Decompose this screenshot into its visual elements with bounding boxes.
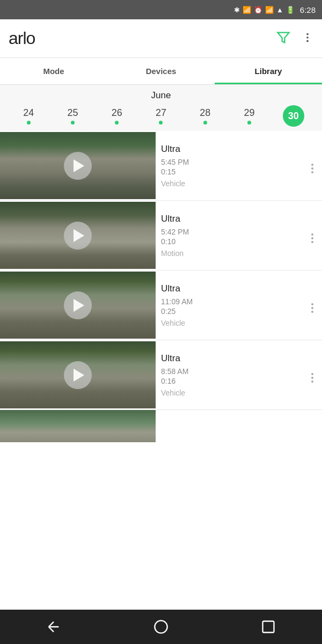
video-tag-4: Vehicle xyxy=(161,389,297,397)
video-duration-2: 0:10 xyxy=(161,237,297,246)
home-button[interactable] xyxy=(145,611,177,643)
video-device-4: Ultra xyxy=(161,353,297,364)
video-duration-1: 0:15 xyxy=(161,167,297,176)
video-more-button-1[interactable] xyxy=(303,158,322,173)
date-dot-27 xyxy=(159,121,163,125)
vibrate-icon: 📶 xyxy=(243,6,251,14)
battery-icon: 🔋 xyxy=(286,6,295,14)
dots-icon-3 xyxy=(311,303,313,313)
svg-point-1 xyxy=(306,36,309,39)
video-more-button-2[interactable] xyxy=(303,228,322,243)
date-dot-24 xyxy=(27,121,31,125)
play-button-4[interactable] xyxy=(64,361,92,389)
date-row: 24 25 26 27 28 29 30 xyxy=(0,105,322,127)
status-time: 6:28 xyxy=(300,5,316,14)
video-tag-3: Vehicle xyxy=(161,319,297,327)
video-tag-2: Motion xyxy=(161,249,297,258)
date-dot-25 xyxy=(71,121,75,125)
date-24[interactable]: 24 xyxy=(15,107,42,125)
dots-icon-4 xyxy=(311,373,313,383)
back-icon xyxy=(46,619,61,634)
alarm-icon: ⏰ xyxy=(254,6,262,14)
home-icon xyxy=(153,619,169,634)
filter-button[interactable] xyxy=(276,30,291,47)
video-thumb-1[interactable] xyxy=(0,132,156,199)
status-bar: ✱ 📶 ⏰ 📶 ▲ 🔋 6:28 xyxy=(0,0,322,19)
bottom-nav xyxy=(0,610,322,644)
play-triangle-3 xyxy=(74,299,84,312)
date-28[interactable]: 28 xyxy=(192,107,218,125)
video-info-4: Ultra 8:58 AM 0:16 Vehicle xyxy=(156,349,303,401)
video-item-3: Ultra 11:09 AM 0:25 Vehicle xyxy=(0,270,322,340)
play-triangle-2 xyxy=(74,229,84,242)
date-dot-28 xyxy=(203,121,207,125)
date-dot-29 xyxy=(247,121,251,125)
signal-icon: ▲ xyxy=(276,6,283,14)
more-icon xyxy=(302,32,313,43)
video-thumb-4[interactable] xyxy=(0,341,156,408)
play-button-1[interactable] xyxy=(64,152,92,180)
video-time-2: 5:42 PM xyxy=(161,228,297,236)
tab-devices[interactable]: Devices xyxy=(107,58,215,84)
svg-point-0 xyxy=(306,33,309,35)
date-dot-26 xyxy=(115,121,119,125)
video-time-3: 11:09 AM xyxy=(161,297,297,306)
video-item-2: Ultra 5:42 PM 0:10 Motion xyxy=(0,201,322,270)
video-thumb-2[interactable] xyxy=(0,202,156,269)
video-more-button-3[interactable] xyxy=(303,298,322,313)
video-time-1: 5:45 PM xyxy=(161,158,297,166)
video-time-4: 8:58 AM xyxy=(161,367,297,376)
back-button[interactable] xyxy=(38,611,70,643)
video-tag-1: Vehicle xyxy=(161,179,297,188)
video-duration-3: 0:25 xyxy=(161,307,297,316)
month-label: June xyxy=(0,90,322,101)
date-picker: June 24 25 26 27 28 29 30 xyxy=(0,85,322,131)
video-duration-4: 0:16 xyxy=(161,377,297,385)
wifi-icon: 📶 xyxy=(265,6,274,14)
svg-rect-4 xyxy=(263,621,274,633)
app-header: arlo xyxy=(0,19,322,58)
date-26[interactable]: 26 xyxy=(104,107,130,125)
video-device-1: Ultra xyxy=(161,144,297,155)
svg-point-2 xyxy=(306,40,309,42)
video-device-2: Ultra xyxy=(161,214,297,224)
play-button-3[interactable] xyxy=(64,291,92,319)
tab-mode[interactable]: Mode xyxy=(0,58,107,84)
video-item-4: Ultra 8:58 AM 0:16 Vehicle xyxy=(0,340,322,410)
status-icons: ✱ 📶 ⏰ 📶 ▲ 🔋 xyxy=(234,6,295,14)
video-item-1: Ultra 5:45 PM 0:15 Vehicle xyxy=(0,131,322,201)
dots-icon-2 xyxy=(311,233,313,243)
nav-tabs: Mode Devices Library xyxy=(0,58,322,85)
play-triangle-1 xyxy=(74,159,84,172)
video-device-3: Ultra xyxy=(161,283,297,294)
video-info-3: Ultra 11:09 AM 0:25 Vehicle xyxy=(156,279,303,332)
date-27[interactable]: 27 xyxy=(148,107,174,125)
video-more-button-4[interactable] xyxy=(303,368,322,383)
app-logo: arlo xyxy=(9,28,35,48)
video-thumb-partial[interactable] xyxy=(0,410,156,442)
video-list: Ultra 5:45 PM 0:15 Vehicle Ultra 5:42 PM… xyxy=(0,131,322,610)
date-29[interactable]: 29 xyxy=(236,107,263,125)
bluetooth-icon: ✱ xyxy=(234,6,240,14)
header-actions xyxy=(276,30,313,47)
video-info-2: Ultra 5:42 PM 0:10 Motion xyxy=(156,209,303,262)
play-triangle-4 xyxy=(74,369,84,382)
filter-icon xyxy=(276,30,291,45)
date-30[interactable]: 30 xyxy=(280,105,307,127)
play-button-2[interactable] xyxy=(64,222,92,250)
dots-icon-1 xyxy=(311,164,313,173)
video-info-1: Ultra 5:45 PM 0:15 Vehicle xyxy=(156,140,303,192)
date-25[interactable]: 25 xyxy=(59,107,86,125)
svg-point-3 xyxy=(155,620,167,633)
tab-library[interactable]: Library xyxy=(215,58,322,84)
recent-button[interactable] xyxy=(252,611,284,643)
more-button[interactable] xyxy=(302,32,313,46)
video-thumb-3[interactable] xyxy=(0,272,156,339)
video-item-partial xyxy=(0,410,322,442)
recent-icon xyxy=(261,619,276,634)
